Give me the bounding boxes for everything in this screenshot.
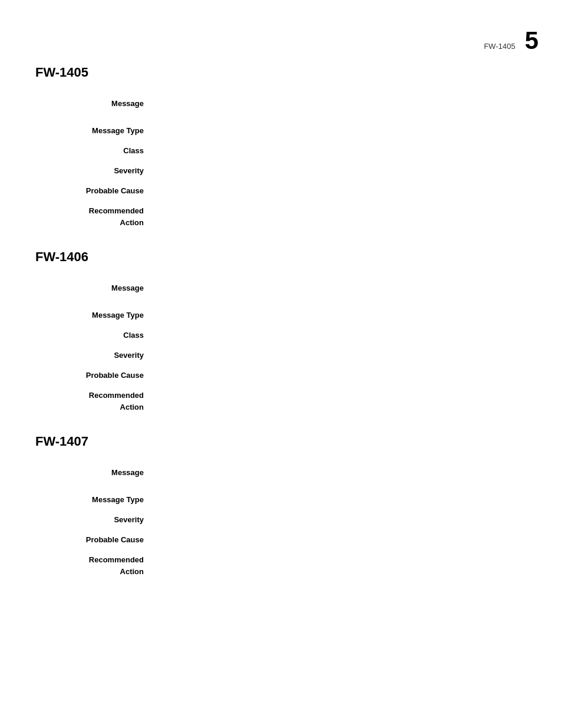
value-recommended-action-1406 bbox=[153, 390, 212, 413]
label-severity-1406: Severity bbox=[35, 350, 153, 364]
label-message-type-1405: Message Type bbox=[35, 125, 153, 139]
value-message-type-1407 bbox=[153, 494, 212, 508]
value-recommended-action-1405 bbox=[153, 205, 212, 228]
field-row-message-type-1406: Message Type bbox=[35, 309, 212, 324]
label-recommended-action-1406: Recommended Action bbox=[35, 390, 153, 413]
value-message-1407 bbox=[153, 467, 212, 481]
field-row-message-1405: Message bbox=[35, 98, 212, 112]
value-recommended-action-1407 bbox=[153, 554, 212, 577]
label-recommended-action-1407: Recommended Action bbox=[35, 554, 153, 577]
value-class-1405 bbox=[153, 145, 212, 159]
value-severity-1406 bbox=[153, 350, 212, 364]
field-row-probable-cause-1406: Probable Cause bbox=[35, 370, 212, 384]
section-fw1407: FW-1407 Message Message Type Severity Pr… bbox=[35, 434, 212, 577]
label-recommended-action-1405: Recommended Action bbox=[35, 205, 153, 228]
value-severity-1405 bbox=[153, 165, 212, 179]
label-class-1405: Class bbox=[35, 145, 153, 159]
section-title-fw1406: FW-1406 bbox=[35, 249, 212, 265]
value-class-1406 bbox=[153, 330, 212, 344]
label-class-1406: Class bbox=[35, 330, 153, 344]
label-severity-1407: Severity bbox=[35, 514, 153, 528]
field-row-message-type-1407: Message Type bbox=[35, 494, 212, 508]
field-row-severity-1406: Severity bbox=[35, 350, 212, 364]
field-row-recommended-action-1405: Recommended Action bbox=[35, 205, 212, 228]
value-probable-cause-1407 bbox=[153, 534, 212, 548]
label-message-type-1407: Message Type bbox=[35, 494, 153, 508]
label-message-type-1406: Message Type bbox=[35, 309, 153, 324]
value-probable-cause-1406 bbox=[153, 370, 212, 384]
label-severity-1405: Severity bbox=[35, 165, 153, 179]
field-row-message-1407: Message bbox=[35, 467, 212, 481]
field-row-severity-1405: Severity bbox=[35, 165, 212, 179]
label-probable-cause-1405: Probable Cause bbox=[35, 185, 153, 199]
label-probable-cause-1407: Probable Cause bbox=[35, 534, 153, 548]
value-severity-1407 bbox=[153, 514, 212, 528]
section-title-fw1407: FW-1407 bbox=[35, 434, 212, 449]
field-row-recommended-action-1406: Recommended Action bbox=[35, 390, 212, 413]
field-row-message-1406: Message bbox=[35, 282, 212, 297]
page-header: FW-1405 5 bbox=[484, 28, 538, 53]
value-message-type-1406 bbox=[153, 309, 212, 324]
label-message-1405: Message bbox=[35, 98, 153, 112]
field-row-class-1405: Class bbox=[35, 145, 212, 159]
label-probable-cause-1406: Probable Cause bbox=[35, 370, 153, 384]
field-row-probable-cause-1405: Probable Cause bbox=[35, 185, 212, 199]
field-row-message-type-1405: Message Type bbox=[35, 125, 212, 139]
field-row-severity-1407: Severity bbox=[35, 514, 212, 528]
field-row-class-1406: Class bbox=[35, 330, 212, 344]
field-row-recommended-action-1407: Recommended Action bbox=[35, 554, 212, 577]
section-title-fw1405: FW-1405 bbox=[35, 65, 212, 80]
label-message-1406: Message bbox=[35, 282, 153, 297]
value-message-1405 bbox=[153, 98, 212, 112]
header-page-number: 5 bbox=[525, 28, 538, 53]
main-content: FW-1405 Message Message Type Class Sever… bbox=[0, 0, 236, 622]
label-message-1407: Message bbox=[35, 467, 153, 481]
section-fw1406: FW-1406 Message Message Type Class Sever… bbox=[35, 249, 212, 413]
value-message-type-1405 bbox=[153, 125, 212, 139]
value-message-1406 bbox=[153, 282, 212, 297]
section-fw1405: FW-1405 Message Message Type Class Sever… bbox=[35, 65, 212, 228]
field-row-probable-cause-1407: Probable Cause bbox=[35, 534, 212, 548]
header-code: FW-1405 bbox=[484, 42, 515, 51]
value-probable-cause-1405 bbox=[153, 185, 212, 199]
